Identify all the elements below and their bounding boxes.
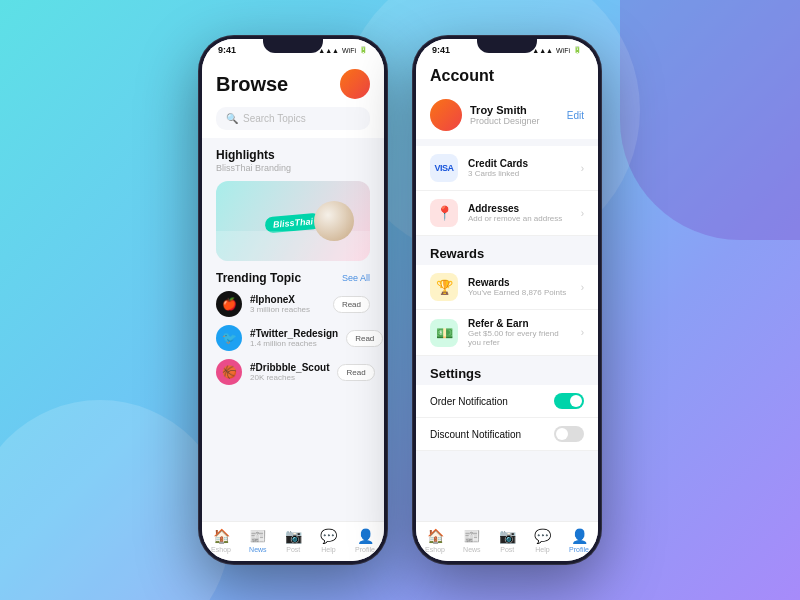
settings-section-title: Settings	[416, 362, 598, 385]
browse-content: Highlights BlissThai Branding BlissThai …	[202, 138, 384, 521]
notch-right	[477, 39, 537, 53]
home-icon: 🏠	[213, 528, 230, 544]
credit-cards-name: Credit Cards	[468, 158, 571, 169]
rewards-sub: You've Earned 8,876 Points	[468, 288, 571, 297]
profile-icon: 👤	[357, 528, 374, 544]
home-icon-right: 🏠	[427, 528, 444, 544]
topic-reach-1: 1.4 million reaches	[250, 339, 338, 348]
credit-cards-item[interactable]: VISA Credit Cards 3 Cards linked ›	[416, 146, 598, 191]
account-title: Account	[430, 67, 494, 84]
nav-label-help-right: Help	[535, 546, 549, 553]
order-notification-toggle[interactable]	[554, 393, 584, 409]
credit-cards-sub: 3 Cards linked	[468, 169, 571, 178]
nav-help-right[interactable]: 💬 Help	[534, 528, 551, 553]
nav-label-help-left: Help	[321, 546, 335, 553]
trending-label: Trending Topic	[216, 271, 301, 285]
topic-name-1: #Twitter_Redesign	[250, 328, 338, 339]
account-content: Troy Smith Product Designer Edit VISA Cr…	[416, 91, 598, 521]
nav-profile-left[interactable]: 👤 Profile	[355, 528, 375, 553]
discount-notification-toggle[interactable]	[554, 426, 584, 442]
nav-label-profile-left: Profile	[355, 546, 375, 553]
rewards-item[interactable]: 🏆 Rewards You've Earned 8,876 Points ›	[416, 265, 598, 310]
nav-label-post-right: Post	[500, 546, 514, 553]
help-icon: 💬	[320, 528, 337, 544]
status-icons-right: ▲▲▲ WiFi 🔋	[532, 46, 582, 54]
search-bar[interactable]: 🔍 Search Topics	[216, 107, 370, 130]
user-role: Product Designer	[470, 116, 559, 126]
topic-reach-0: 3 million reaches	[250, 305, 325, 314]
status-time-right: 9:41	[432, 45, 450, 55]
background-shape	[620, 0, 800, 240]
profile-icon-right: 👤	[571, 528, 588, 544]
bliss-badge: BlissThai	[264, 212, 321, 233]
news-icon-right: 📰	[463, 528, 480, 544]
twitter-icon: 🐦	[216, 325, 242, 351]
user-row: Troy Smith Product Designer Edit	[416, 91, 598, 139]
topic-item-iphonex: 🍎 #IphoneX 3 million reaches Read	[216, 291, 370, 317]
nav-label-news-left: News	[249, 546, 267, 553]
topic-name-2: #Dribbble_Scout	[250, 362, 329, 373]
trending-row: Trending Topic See All	[216, 271, 370, 285]
money-icon: 💵	[430, 319, 458, 347]
location-icon: 📍	[430, 199, 458, 227]
avatar	[340, 69, 370, 99]
spacer	[416, 451, 598, 521]
read-button-1[interactable]: Read	[346, 330, 383, 347]
search-placeholder: Search Topics	[243, 113, 306, 124]
discount-notification-label: Discount Notification	[430, 429, 554, 440]
order-notification-label: Order Notification	[430, 396, 554, 407]
nav-label-news-right: News	[463, 546, 481, 553]
bottom-nav-left: 🏠 Eshop 📰 News 📷 Post 💬 Help 👤 Profile	[202, 521, 384, 561]
apple-icon: 🍎	[216, 291, 242, 317]
right-phone: 9:41 ▲▲▲ WiFi 🔋 Account Troy Smith Produ…	[412, 35, 602, 565]
chevron-icon-4: ›	[581, 327, 584, 338]
read-button-0[interactable]: Read	[333, 296, 370, 313]
user-name: Troy Smith	[470, 104, 559, 116]
dribbble-icon: 🏀	[216, 359, 242, 385]
visa-icon: VISA	[430, 154, 458, 182]
refer-earn-name: Refer & Earn	[468, 318, 571, 329]
topic-name-0: #IphoneX	[250, 294, 325, 305]
status-icons-left: ▲▲▲ WiFi 🔋	[318, 46, 368, 54]
refer-earn-sub: Get $5.00 for every friend you refer	[468, 329, 571, 347]
coconut-icon	[314, 201, 354, 241]
nav-profile-right[interactable]: 👤 Profile	[569, 528, 589, 553]
bottom-nav-right: 🏠 Eshop 📰 News 📷 Post 💬 Help 👤 Profile	[416, 521, 598, 561]
browse-header: Browse 🔍 Search Topics	[202, 59, 384, 138]
edit-button[interactable]: Edit	[567, 110, 584, 121]
search-icon: 🔍	[226, 113, 238, 124]
nav-label-profile-right: Profile	[569, 546, 589, 553]
nav-help-left[interactable]: 💬 Help	[320, 528, 337, 553]
nav-news-left[interactable]: 📰 News	[249, 528, 267, 553]
nav-eshop-left[interactable]: 🏠 Eshop	[211, 528, 231, 553]
topic-item-twitter: 🐦 #Twitter_Redesign 1.4 million reaches …	[216, 325, 370, 351]
left-phone: 9:41 ▲▲▲ WiFi 🔋 Browse 🔍 Search Topics H…	[198, 35, 388, 565]
addresses-name: Addresses	[468, 203, 571, 214]
nav-post-right[interactable]: 📷 Post	[499, 528, 516, 553]
discount-notification-item: Discount Notification	[416, 418, 598, 451]
see-all-button[interactable]: See All	[342, 273, 370, 283]
nav-news-right[interactable]: 📰 News	[463, 528, 481, 553]
refer-earn-item[interactable]: 💵 Refer & Earn Get $5.00 for every frien…	[416, 310, 598, 356]
nav-label-eshop-right: Eshop	[425, 546, 445, 553]
news-icon: 📰	[249, 528, 266, 544]
nav-post-left[interactable]: 📷 Post	[285, 528, 302, 553]
addresses-item[interactable]: 📍 Addresses Add or remove an address ›	[416, 191, 598, 236]
topic-item-dribbble: 🏀 #Dribbble_Scout 20K reaches Read	[216, 359, 370, 385]
highlights-label: Highlights	[216, 148, 370, 162]
browse-title: Browse	[216, 73, 288, 96]
chevron-icon-2: ›	[581, 208, 584, 219]
nav-eshop-right[interactable]: 🏠 Eshop	[425, 528, 445, 553]
status-time-left: 9:41	[218, 45, 236, 55]
help-icon-right: 💬	[534, 528, 551, 544]
toggle-knob-discount	[556, 428, 568, 440]
chevron-icon-3: ›	[581, 282, 584, 293]
nav-label-post-left: Post	[286, 546, 300, 553]
chevron-icon-1: ›	[581, 163, 584, 174]
highlight-card: BlissThai	[216, 181, 370, 261]
toggle-knob-order	[570, 395, 582, 407]
nav-label-eshop-left: Eshop	[211, 546, 231, 553]
topic-reach-2: 20K reaches	[250, 373, 329, 382]
addresses-sub: Add or remove an address	[468, 214, 571, 223]
read-button-2[interactable]: Read	[337, 364, 374, 381]
